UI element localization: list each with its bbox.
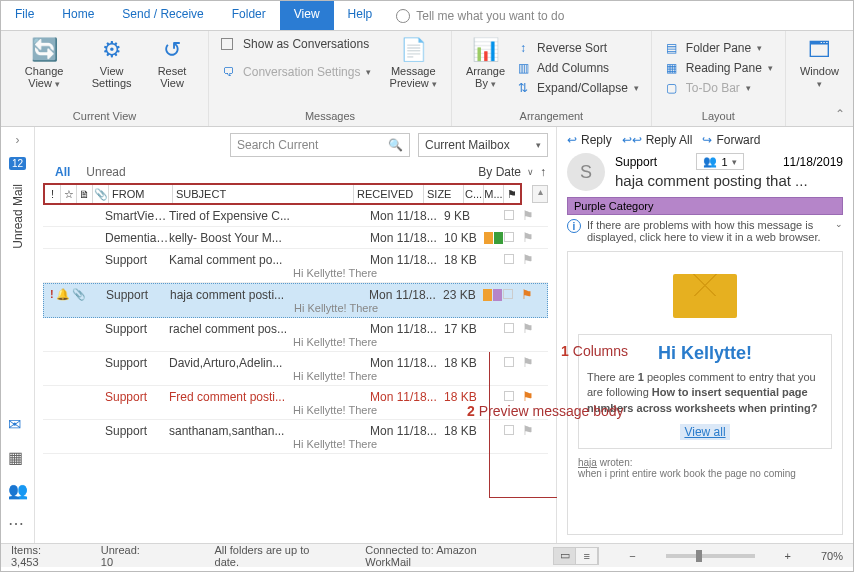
message-body[interactable]: Hi Kellytte! There are 1 peoples comment… <box>567 251 843 535</box>
unread-badge: 12 <box>9 157 26 170</box>
search-placeholder: Search Current <box>237 138 318 152</box>
arrange-by-button[interactable]: 📊 Arrange By ▾ <box>460 35 511 92</box>
mail-nav-icon[interactable]: ✉ <box>8 415 28 434</box>
message-subject: haja comment posting that ... <box>615 172 843 189</box>
arrange-icon: 📊 <box>472 37 499 63</box>
message-row[interactable]: Support Fred comment posti... Mon 11/18.… <box>43 386 548 420</box>
todo-bar-button[interactable]: ▢To-Do Bar ▾ <box>660 79 777 97</box>
rail-label[interactable]: Unread Mail <box>11 184 25 249</box>
ribbon-group-layout: ▤Folder Pane ▾ ▦Reading Pane ▾ ▢To-Do Ba… <box>652 31 786 126</box>
search-icon: 🔍 <box>388 138 403 152</box>
reset-icon: ↺ <box>163 37 181 63</box>
col-attachment-icon[interactable]: 📎 <box>93 185 109 203</box>
col-from[interactable]: FROM <box>109 185 173 203</box>
bulb-icon <box>396 9 410 23</box>
ribbon-group-current-view: 🔄 Change View ▾ ⚙ View Settings ↺ Reset … <box>1 31 209 126</box>
menu-folder[interactable]: Folder <box>218 1 280 30</box>
view-settings-button[interactable]: ⚙ View Settings <box>79 35 144 91</box>
col-received[interactable]: RECEIVED <box>354 185 424 203</box>
info-bar[interactable]: i If there are problems with how this me… <box>567 219 843 243</box>
rail-expand-button[interactable]: › <box>16 133 20 147</box>
message-date: 11/18/2019 <box>783 155 843 169</box>
status-unread: Unread: 10 <box>101 544 155 568</box>
menu-file[interactable]: File <box>1 1 48 30</box>
menu-home[interactable]: Home <box>48 1 108 30</box>
reply-button[interactable]: ↩Reply <box>567 133 612 147</box>
reply-icon: ↩ <box>567 133 577 147</box>
add-columns-button[interactable]: ▥Add Columns <box>511 59 643 77</box>
sort-by-date[interactable]: By Date ∨ ↑ <box>478 165 546 179</box>
message-preview-button[interactable]: 📄 Message Preview ▾ <box>383 35 442 92</box>
people-nav-icon[interactable]: 👥 <box>8 481 28 500</box>
forward-button[interactable]: ↪Forward <box>702 133 760 147</box>
message-row[interactable]: !🔔📎 Support haja comment posti... Mon 11… <box>43 283 548 318</box>
col-reminder-icon[interactable]: ☆ <box>61 185 77 203</box>
message-row[interactable]: Support David,Arturo,Adelin... Mon 11/18… <box>43 352 548 386</box>
todo-bar-icon: ▢ <box>664 81 680 95</box>
col-subject[interactable]: SUBJECT <box>173 185 354 203</box>
filter-all[interactable]: All <box>55 165 70 179</box>
calendar-nav-icon[interactable]: ▦ <box>8 448 28 467</box>
zoom-level: 70% <box>821 550 843 562</box>
change-view-icon: 🔄 <box>31 37 58 63</box>
conversation-icon: 🗨 <box>221 65 237 79</box>
ribbon-collapse-button[interactable]: ⌃ <box>835 107 845 121</box>
envelope-icon <box>673 274 737 318</box>
folder-pane-button[interactable]: ▤Folder Pane ▾ <box>660 39 777 57</box>
message-row[interactable]: Support santhanam,santhan... Mon 11/18..… <box>43 420 548 454</box>
menu-help[interactable]: Help <box>334 1 387 30</box>
zoom-in[interactable]: + <box>785 550 791 562</box>
forward-icon: ↪ <box>702 133 712 147</box>
column-header[interactable]: ! ☆ 🗎 📎 FROM SUBJECT RECEIVED SIZE C... … <box>43 183 522 205</box>
message-list[interactable]: SmartView ... Tired of Expensive C... Mo… <box>35 205 556 543</box>
expand-collapse-button[interactable]: ⇅Expand/Collapse ▾ <box>511 79 643 97</box>
ribbon-label-arrangement: Arrangement <box>460 108 643 124</box>
menu-bar: File Home Send / Receive Folder View Hel… <box>1 1 853 31</box>
zoom-slider[interactable] <box>666 554 755 558</box>
change-view-button[interactable]: 🔄 Change View ▾ <box>9 35 79 92</box>
message-row[interactable]: Support Kamal comment po... Mon 11/18...… <box>43 249 548 283</box>
reverse-sort-button[interactable]: ↕Reverse Sort <box>511 39 643 57</box>
tell-me-search[interactable]: Tell me what you want to do <box>386 1 574 30</box>
category-bar[interactable]: Purple Category <box>567 197 843 215</box>
ribbon-group-messages: Show as Conversations 🗨Conversation Sett… <box>209 31 452 126</box>
col-mentions[interactable]: M... <box>484 185 504 203</box>
message-row[interactable]: Support rachel comment pos... Mon 11/18.… <box>43 318 548 352</box>
message-row[interactable]: SmartView ... Tired of Expensive C... Mo… <box>43 205 548 227</box>
info-icon: i <box>567 219 581 233</box>
view-mode-buttons[interactable]: ▭≡ <box>553 547 599 565</box>
reading-pane-button[interactable]: ▦Reading Pane ▾ <box>660 59 777 77</box>
message-preview-icon: 📄 <box>400 37 427 63</box>
expand-icon: ⇅ <box>515 81 531 95</box>
col-categories[interactable]: C... <box>464 185 484 203</box>
folder-pane-icon: ▤ <box>664 41 680 55</box>
col-size[interactable]: SIZE <box>424 185 464 203</box>
menu-send-receive[interactable]: Send / Receive <box>108 1 217 30</box>
mailbox-scope-dropdown[interactable]: Current Mailbox▾ <box>418 133 548 157</box>
window-button[interactable]: 🗔 Window▾ <box>794 35 845 92</box>
zoom-out[interactable]: − <box>629 550 635 562</box>
menu-view[interactable]: View <box>280 1 334 30</box>
reset-view-button[interactable]: ↺ Reset View <box>144 35 200 91</box>
add-columns-icon: ▥ <box>515 61 531 75</box>
body-text: There are 1 peoples comment to entry tha… <box>587 370 823 416</box>
show-conversations-checkbox[interactable]: Show as Conversations <box>217 35 375 53</box>
message-row[interactable]: Dementia ... kelly- Boost Your M... Mon … <box>43 227 548 249</box>
scroll-up-button[interactable]: ▴ <box>532 185 548 203</box>
col-importance-icon[interactable]: ! <box>45 185 61 203</box>
status-folders: All folders are up to date. <box>215 544 336 568</box>
ribbon-label-current-view: Current View <box>9 108 200 124</box>
view-all-link[interactable]: View all <box>680 424 729 440</box>
conversation-settings-button[interactable]: 🗨Conversation Settings ▾ <box>217 63 375 81</box>
reading-pane-icon: ▦ <box>664 61 680 75</box>
people-count[interactable]: 👥1▾ <box>696 153 743 170</box>
reply-all-button[interactable]: ↩↩Reply All <box>622 133 693 147</box>
ribbon: 🔄 Change View ▾ ⚙ View Settings ↺ Reset … <box>1 31 853 127</box>
col-flag-icon[interactable]: ⚑ <box>504 185 520 203</box>
col-type-icon[interactable]: 🗎 <box>77 185 93 203</box>
search-input[interactable]: Search Current 🔍 <box>230 133 410 157</box>
tell-me-label: Tell me what you want to do <box>416 9 564 23</box>
more-nav-icon[interactable]: ⋯ <box>8 514 28 533</box>
filter-unread[interactable]: Unread <box>86 165 125 179</box>
sender-name: Support <box>615 155 657 169</box>
